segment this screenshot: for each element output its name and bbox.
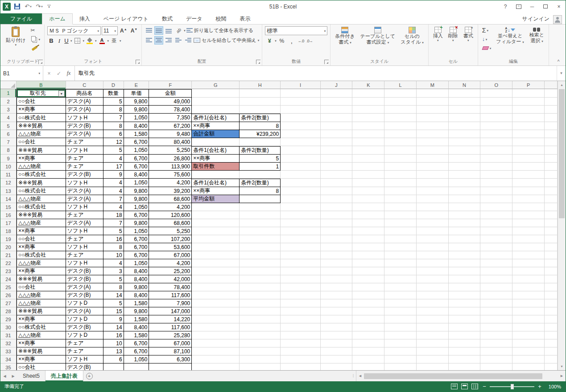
cell-P11[interactable] [512,171,545,179]
cell-B30[interactable]: ○○株式会社 [17,323,66,331]
cell-H17[interactable] [240,219,281,227]
align-left-button[interactable] [145,36,153,45]
cell-Q23[interactable] [545,267,558,275]
cell-P15[interactable] [512,203,545,211]
cell-J30[interactable] [321,323,353,331]
cell-J14[interactable] [321,195,353,203]
cell-C8[interactable]: ソフトH [66,146,103,155]
cell-D34[interactable]: 6 [103,355,124,363]
cell-E19[interactable]: 6,700 [124,235,149,243]
cell-L17[interactable] [384,219,417,227]
increase-font-size-button[interactable]: A▲ [119,28,128,34]
cell-Q25[interactable] [545,283,558,291]
cell-D10[interactable]: 17 [103,163,124,171]
cell-D13[interactable]: 4 [103,187,124,195]
cell-J18[interactable] [321,227,353,235]
row-header-27[interactable]: 27 [0,299,17,307]
ribbon-tab-ホーム[interactable]: ホーム [42,13,73,24]
cell-G18[interactable] [192,227,240,235]
row-header-35[interactable]: 35 [0,363,17,370]
cell-L13[interactable] [384,187,417,195]
scroll-down-icon[interactable]: ▼ [558,363,566,370]
row-header-8[interactable]: 8 [0,146,17,155]
cell-M28[interactable] [417,307,449,315]
redo-button[interactable]: ↷▾ [34,2,44,11]
cell-O3[interactable] [480,106,512,114]
cell-H18[interactable] [240,227,281,235]
cell-G20[interactable] [192,243,240,251]
cell-D5[interactable]: 8 [103,122,124,130]
cell-N34[interactable] [449,355,481,363]
cell-B8[interactable]: ※※※貿易 [17,146,66,155]
cell-K30[interactable] [352,323,384,331]
vertical-scrollbar-thumb[interactable] [559,89,565,218]
row-header-21[interactable]: 21 [0,251,17,259]
cell-F22[interactable]: 4,200 [149,259,192,267]
cell-N30[interactable] [449,323,481,331]
cell-M25[interactable] [417,283,449,291]
cell-G26[interactable] [192,291,240,299]
cell-H12[interactable]: 条件2(数量) [240,179,281,187]
cell-D19[interactable]: 16 [103,235,124,243]
cell-N18[interactable] [449,227,481,235]
cell-styles-button[interactable]: セルの スタイル ▾ [399,26,426,45]
cell-H5[interactable]: 8 [240,122,281,130]
cell-D12[interactable]: 4 [103,179,124,187]
cell-J15[interactable] [321,203,353,211]
row-header-6[interactable]: 6 [0,130,17,138]
cell-H7[interactable] [240,138,281,146]
cell-I12[interactable] [281,179,321,187]
cell-I29[interactable] [281,315,321,323]
cell-B13[interactable]: ○○株式会社 [17,187,66,195]
cell-C5[interactable]: デスク(B) [66,122,103,130]
cell-M18[interactable] [417,227,449,235]
cell-E10[interactable]: 6,700 [124,163,149,171]
cell-J6[interactable] [321,130,353,138]
cell-F26[interactable]: 117,600 [149,291,192,299]
cell-M12[interactable] [417,179,449,187]
cell-G17[interactable] [192,219,240,227]
cell-F33[interactable]: 87,100 [149,347,192,355]
cell-O16[interactable] [480,211,512,219]
cell-K18[interactable] [352,227,384,235]
cell-O1[interactable] [480,89,512,98]
cell-J4[interactable] [321,114,353,122]
cell-G12[interactable]: 条件1(会社名) [192,179,240,187]
cell-H28[interactable] [240,307,281,315]
cell-C6[interactable]: デスク(A) [66,130,103,138]
cell-J31[interactable] [321,331,353,339]
cell-J27[interactable] [321,299,353,307]
help-button[interactable]: ? [499,1,512,12]
cell-M21[interactable] [417,251,449,259]
cell-Q32[interactable] [545,339,558,347]
row-header-7[interactable]: 7 [0,138,17,146]
cell-E1[interactable]: 単価 [124,89,149,98]
cell-H24[interactable] [240,275,281,283]
cell-G13[interactable]: ××商事 [192,187,240,195]
cell-K13[interactable] [352,187,384,195]
cell-Q9[interactable] [545,155,558,163]
cell-E32[interactable]: 6,700 [124,339,149,347]
cell-L32[interactable] [384,339,417,347]
align-bottom-button[interactable] [164,26,173,35]
clipboard-dialog-launcher[interactable] [38,60,43,64]
ribbon-tab-ページ レイアウト[interactable]: ページ レイアウト [97,13,155,24]
cell-C2[interactable]: デスク(A) [66,98,103,106]
cell-P5[interactable] [512,122,545,130]
font-size-combobox[interactable]: 11▾ [102,26,118,35]
cell-F1[interactable]: 金額 [149,89,192,98]
cell-P12[interactable] [512,179,545,187]
cell-O24[interactable] [480,275,512,283]
cell-O32[interactable] [480,339,512,347]
cell-M26[interactable] [417,291,449,299]
cell-M5[interactable] [417,122,449,130]
cell-I18[interactable] [281,227,321,235]
scroll-right-icon[interactable]: ▶ [558,371,566,381]
align-middle-button[interactable] [154,26,163,35]
cell-L31[interactable] [384,331,417,339]
filter-dropdown-button[interactable]: ▼ [58,90,65,97]
cell-L25[interactable] [384,283,417,291]
cell-N22[interactable] [449,259,481,267]
cell-Q5[interactable] [545,122,558,130]
cell-D8[interactable]: 5 [103,146,124,155]
